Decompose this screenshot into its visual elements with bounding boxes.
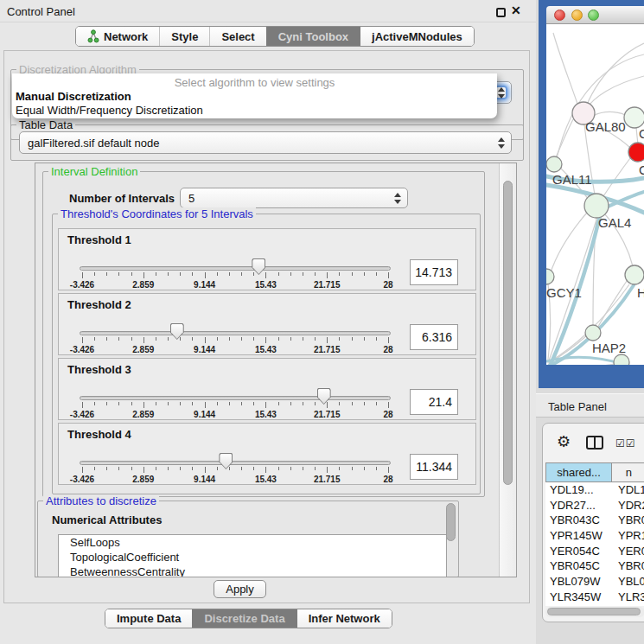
slider-tick: [192, 402, 193, 405]
slider-thumb[interactable]: [170, 323, 184, 340]
table-data-combobox-stepper[interactable]: [494, 136, 507, 150]
table-cell[interactable]: YER0: [613, 544, 644, 559]
table-cell[interactable]: YBR0: [613, 558, 644, 574]
slider-tick: [229, 402, 230, 405]
tab-network[interactable]: Network: [76, 27, 159, 46]
tab-infer-network[interactable]: Infer Network: [296, 609, 392, 628]
table-cell[interactable]: YDR27...: [545, 498, 613, 513]
tab-infer-network-label: Infer Network: [309, 612, 380, 625]
table-cell[interactable]: YER054C: [545, 544, 613, 559]
table-hscroll-thumb[interactable]: [547, 608, 641, 615]
table-header-row: shared... n: [545, 462, 644, 482]
table-cell[interactable]: YBR0: [613, 513, 644, 528]
network-graph: GAL80 GA C GAL11 GAL4 GCY1 HA HAP2: [546, 24, 644, 365]
close-traffic-light-icon[interactable]: [554, 10, 565, 21]
gear-icon[interactable]: ⚙: [557, 432, 571, 451]
network-view-window[interactable]: GAL80 GA C GAL11 GAL4 GCY1 HA HAP2: [539, 0, 644, 388]
attribute-list-item[interactable]: SelfLoops: [59, 535, 446, 550]
slider-tick: [192, 337, 193, 341]
table-cell[interactable]: YDR2: [613, 498, 644, 513]
attribute-list-item[interactable]: BetweennessCentrality: [59, 564, 446, 577]
tab-jactivemnodules[interactable]: jActiveMNodules: [360, 27, 474, 46]
select-columns-icon[interactable]: ☑☑: [615, 437, 636, 450]
split-view-icon[interactable]: [586, 436, 603, 450]
threshold-value-field[interactable]: 14.713: [410, 259, 458, 285]
table-cell[interactable]: YLR3: [613, 590, 644, 605]
slider-tick: [82, 467, 83, 473]
slider-tick: [315, 402, 316, 405]
tab-select[interactable]: Select: [209, 27, 265, 46]
table-panel-header[interactable]: Table Panel: [536, 393, 644, 418]
slider-thumb[interactable]: [219, 453, 233, 469]
table-cell[interactable]: YIL052C: [545, 605, 613, 607]
tab-discretize-data[interactable]: Discretize Data: [192, 609, 296, 628]
minimize-traffic-light-icon[interactable]: [571, 10, 583, 21]
slider-tick: [143, 272, 144, 278]
table-cell[interactable]: YBL079W: [545, 574, 613, 590]
table-horizontal-scrollbar[interactable]: [545, 607, 644, 617]
algorithm-option-manual-discretization[interactable]: Manual Discretization: [16, 90, 131, 103]
threshold-label: Threshold 2: [67, 298, 131, 311]
number-of-intervals-combobox[interactable]: 5: [180, 188, 408, 208]
numerical-attributes-list[interactable]: SelfLoopsTopologicalCoefficientBetweenne…: [58, 534, 447, 577]
threshold-value-field[interactable]: 21.4: [410, 389, 458, 415]
table-row[interactable]: YBL079WYBL0: [545, 574, 644, 590]
slider-tick: [339, 337, 340, 341]
tab-impute-data[interactable]: Impute Data: [105, 609, 192, 628]
table-cell[interactable]: YBR043C: [545, 513, 613, 528]
table-data-combobox[interactable]: galFiltered.sif default node: [19, 131, 512, 154]
network-window-titlebar[interactable]: [546, 6, 644, 24]
slider-tick-label: 15.43: [255, 475, 277, 484]
close-icon[interactable]: ✕: [511, 3, 521, 17]
table-cell[interactable]: YPR145W: [545, 528, 613, 544]
table-row[interactable]: YER054CYER0: [545, 544, 644, 559]
algorithm-option-equal-width-frequency[interactable]: Equal Width/Frequency Discretization: [16, 104, 203, 117]
table-row[interactable]: YDL19...YDL1: [545, 482, 644, 498]
tab-cyni-toolbox[interactable]: Cyni Toolbox: [266, 27, 360, 46]
network-canvas[interactable]: GAL80 GA C GAL11 GAL4 GCY1 HA HAP2: [546, 24, 644, 365]
zoom-traffic-light-icon[interactable]: [588, 10, 599, 21]
thresholds-group-label: Threshold's Coordinates for 5 Intervals: [58, 207, 256, 220]
table-cell[interactable]: YBR045C: [545, 558, 613, 574]
slider-tick: [106, 272, 107, 276]
settings-scrollbar[interactable]: [499, 163, 516, 577]
column-header-name[interactable]: n: [612, 462, 644, 482]
settings-scrollbar-thumb[interactable]: [503, 181, 513, 485]
threshold-value-field[interactable]: 11.344: [410, 454, 458, 480]
slider-tick: [205, 467, 206, 473]
threshold-slider[interactable]: -3.4262.8599.14415.4321.71528: [80, 258, 391, 291]
slider-tick: [376, 337, 377, 341]
table-cell[interactable]: YPR1: [613, 528, 644, 544]
slider-tick-label: 21.715: [314, 280, 341, 290]
slider-tick: [106, 337, 107, 341]
threshold-slider[interactable]: -3.4262.8599.14415.4321.71528: [80, 323, 391, 356]
table-cell[interactable]: YIL0: [613, 605, 644, 607]
threshold-slider[interactable]: -3.4262.8599.14415.4321.71528: [80, 453, 391, 486]
attributes-list-scrollbar[interactable]: [446, 503, 456, 541]
slider-tick: [315, 337, 316, 341]
network-icon: [87, 29, 99, 43]
column-header-shared-name[interactable]: shared...: [545, 462, 612, 482]
slider-thumb[interactable]: [317, 388, 331, 405]
slider-tick-label: 9.144: [194, 280, 215, 290]
table-row[interactable]: YPR145WYPR1: [545, 528, 644, 544]
table-cell[interactable]: YBL0: [613, 574, 644, 590]
number-of-intervals-stepper[interactable]: [391, 192, 404, 204]
tab-style[interactable]: Style: [159, 27, 209, 46]
threshold-value-field[interactable]: 6.316: [410, 324, 458, 350]
table-cell[interactable]: YDL1: [613, 482, 644, 498]
tab-discretize-data-label: Discretize Data: [204, 612, 284, 625]
table-row[interactable]: YBR043CYBR0: [545, 513, 644, 528]
table-body[interactable]: YDL19...YDL1YDR27...YDR2YBR043CYBR0YPR14…: [545, 482, 644, 606]
table-row[interactable]: YIL052CYIL0: [545, 605, 644, 607]
control-panel-tabbar: Network Style Select Cyni Toolbox jActiv…: [75, 26, 475, 47]
table-cell[interactable]: YDL19...: [545, 482, 613, 498]
apply-button[interactable]: Apply: [214, 580, 266, 598]
table-row[interactable]: YLR345WYLR3: [545, 590, 644, 605]
threshold-slider[interactable]: -3.4262.8599.14415.4321.71528: [80, 388, 391, 421]
table-row[interactable]: YDR27...YDR2: [545, 498, 644, 513]
attribute-list-item[interactable]: TopologicalCoefficient: [59, 550, 446, 564]
table-cell[interactable]: YLR345W: [545, 590, 613, 605]
float-window-icon[interactable]: [496, 8, 506, 17]
table-row[interactable]: YBR045CYBR0: [545, 558, 644, 574]
